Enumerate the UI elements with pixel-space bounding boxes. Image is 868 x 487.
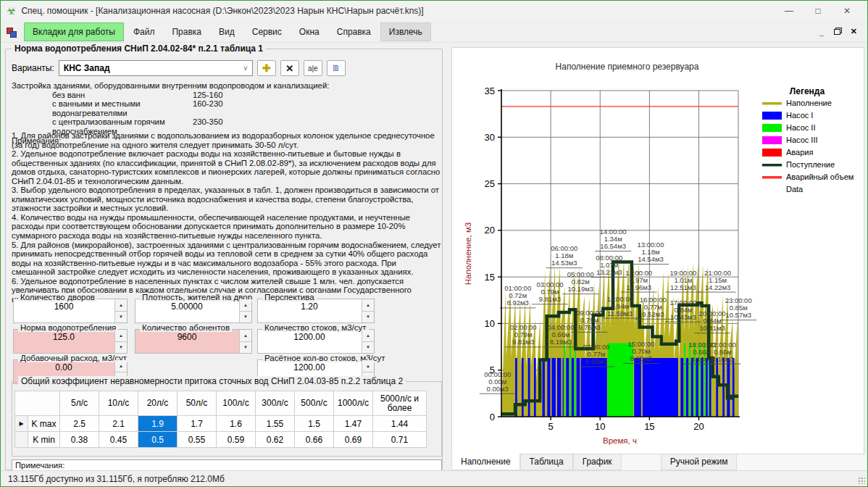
- variants-row: Варианты: КНС Запад ˅ ✚ ✕ a|e 🗎: [12, 59, 438, 77]
- field-plotnost-value[interactable]: 5.00000: [135, 301, 238, 312]
- field-stoki-label: Количество стоков, м3/сут: [262, 323, 369, 332]
- table-header-20лс[interactable]: 20л/с: [138, 391, 178, 416]
- svg-text:9.52м3: 9.52м3: [642, 310, 664, 318]
- table-cell[interactable]: 0.69: [334, 432, 373, 448]
- chart-card: 00:00:000.00м0.00м301:00:000.72м8.92м302…: [451, 47, 864, 454]
- menu-item-0[interactable]: Вкладки для работы: [24, 22, 124, 41]
- table-cell[interactable]: 0.59: [217, 432, 256, 448]
- table-cell[interactable]: 0.66: [295, 432, 334, 448]
- tab-ручной-режим[interactable]: Ручной режим: [661, 454, 738, 470]
- resize-grip[interactable]: [858, 477, 865, 484]
- field-perspektiva-spinner[interactable]: ▲▼: [362, 299, 374, 322]
- field-plotnost[interactable]: Плотность, жителей на двор 5.00000 ▲▼: [135, 299, 252, 323]
- copy-variant-button[interactable]: 🗎: [327, 60, 346, 76]
- building-range: 160-230: [193, 99, 222, 117]
- menu-item-3[interactable]: Вид: [211, 23, 243, 41]
- close-button[interactable]: ✕: [832, 1, 861, 21]
- plus-icon: ✚: [262, 62, 271, 74]
- legend-label: Насос II: [786, 123, 815, 132]
- delete-variant-button[interactable]: ✕: [280, 60, 299, 76]
- mdi-restore-button[interactable]: [834, 29, 840, 35]
- field-dvory-spinner[interactable]: ▲▼: [114, 299, 127, 322]
- status-text: 13.115Гб доступно из 31.115Гб, я потребл…: [8, 474, 225, 484]
- field-norma[interactable]: Норма водопотребления 125.0 ▲▼: [13, 329, 128, 354]
- menu-item-7[interactable]: Извлечь: [380, 22, 431, 41]
- table-header-500лс[interactable]: 500л/с: [295, 391, 334, 416]
- row-marker: [15, 432, 28, 448]
- table-header-5000лсиболее[interactable]: 5000л/с и более: [373, 391, 427, 416]
- field-abonenty-spinner[interactable]: ▲▼: [239, 330, 251, 353]
- maximize-button[interactable]: □: [804, 1, 832, 21]
- field-stoki[interactable]: Количество стоков, м3/сут 1200.00 ▲▼: [257, 329, 375, 354]
- menu-item-5[interactable]: Окна: [291, 23, 327, 41]
- legend-label: Поступление: [786, 160, 835, 169]
- table-cell[interactable]: 2.1: [99, 416, 138, 432]
- y-axis-label: Наполнение, м3: [464, 222, 472, 285]
- table-corner: [15, 391, 60, 416]
- field-raschet-value[interactable]: 1200.00: [258, 362, 361, 372]
- field-perspektiva-value[interactable]: 1.20: [258, 301, 361, 312]
- table-cell[interactable]: 0.38: [60, 432, 99, 448]
- table-cell[interactable]: 0.62: [256, 432, 295, 448]
- svg-text:14.22м3: 14.22м3: [705, 283, 731, 291]
- field-norma-value[interactable]: 125.0: [14, 332, 114, 342]
- field-dobavochny-value[interactable]: 0.00: [14, 362, 114, 372]
- table-cell[interactable]: 0.5: [138, 432, 178, 448]
- tab-таблица[interactable]: Таблица: [520, 454, 573, 470]
- svg-text:8.19м3: 8.19м3: [550, 338, 572, 346]
- table-cell[interactable]: 1.7: [178, 416, 217, 432]
- menu-item-6[interactable]: Справка: [329, 23, 379, 41]
- add-variant-button[interactable]: ✚: [257, 60, 276, 76]
- norma-group-title: Норма водопотребления СНиП 2.04.02-84* п…: [12, 43, 266, 54]
- menu-item-1[interactable]: Файл: [125, 23, 163, 41]
- menu-item-2[interactable]: Правка: [164, 23, 209, 41]
- svg-text:13.21м3: 13.21м3: [596, 268, 622, 276]
- svg-text:16.54м3: 16.54м3: [600, 242, 626, 250]
- legend-swatch-box: [762, 149, 782, 157]
- table-cell[interactable]: 0.55: [178, 432, 217, 448]
- row-label: K min: [28, 432, 60, 448]
- field-abonenty-value[interactable]: 9600: [135, 332, 238, 342]
- table-cell[interactable]: 0.45: [99, 432, 138, 448]
- table-header-300лс[interactable]: 300л/с: [256, 391, 295, 416]
- table-header-100лс[interactable]: 100л/с: [217, 391, 256, 416]
- svg-text:9.81м3: 9.81м3: [512, 338, 534, 346]
- field-perspektiva[interactable]: Перспектива 1.20 ▲▼: [257, 299, 375, 323]
- chart-annotation: 19:00:001.01м12.51м3: [665, 269, 701, 293]
- field-norma-label: Норма водопотребления: [18, 323, 118, 332]
- table-cell[interactable]: 2.5: [60, 416, 99, 432]
- field-dvory[interactable]: Количество дворов 1600 ▲▼: [13, 299, 128, 323]
- tab-наполнение[interactable]: Наполнение: [451, 453, 520, 470]
- svg-text:20: 20: [485, 225, 495, 236]
- variant-value: КНС Запад: [64, 63, 110, 73]
- field-stoki-spinner[interactable]: ▲▼: [362, 330, 374, 353]
- chevron-down-icon: ˅: [243, 64, 248, 72]
- table-cell[interactable]: 1.5: [295, 416, 334, 432]
- left-panel: Норма водопотребления СНиП 2.04.02-84* п…: [4, 46, 446, 470]
- table-header-50лс[interactable]: 50л/с: [178, 391, 217, 416]
- svg-text:8.65м3: 8.65м3: [630, 354, 652, 362]
- field-norma-spinner[interactable]: ▲▼: [114, 330, 127, 353]
- field-dvory-value[interactable]: 1600: [14, 301, 114, 312]
- variant-combobox[interactable]: КНС Запад ˅: [59, 60, 253, 76]
- field-plotnost-spinner[interactable]: ▲▼: [239, 299, 251, 322]
- mdi-minimize-button[interactable]: _: [819, 28, 824, 36]
- svg-text:14.53м3: 14.53м3: [551, 259, 577, 267]
- table-cell[interactable]: 1.47: [334, 416, 373, 432]
- mdi-close-button[interactable]: ✕: [851, 27, 857, 36]
- field-stoki-value[interactable]: 1200.00: [258, 332, 361, 342]
- table-header-1000лс[interactable]: 1000л/с: [334, 391, 373, 416]
- mdi-window-controls: _ ✕: [819, 27, 857, 36]
- table-cell[interactable]: 1.6: [217, 416, 256, 432]
- menu-item-4[interactable]: Сервис: [244, 23, 290, 41]
- rename-variant-button[interactable]: a|e: [304, 60, 322, 76]
- table-header-5лс[interactable]: 5л/с: [60, 391, 99, 416]
- table-cell[interactable]: 1.9: [138, 416, 178, 432]
- minimize-button[interactable]: —: [775, 1, 804, 21]
- table-cell[interactable]: 1.55: [256, 416, 295, 432]
- table-cell[interactable]: 0.71: [373, 432, 427, 448]
- tab-график[interactable]: График: [573, 454, 622, 470]
- field-abonenty[interactable]: Количество абонентов 9600 ▲▼: [135, 329, 252, 354]
- table-header-10лс[interactable]: 10л/с: [99, 391, 138, 416]
- table-cell[interactable]: 1.44: [373, 416, 427, 432]
